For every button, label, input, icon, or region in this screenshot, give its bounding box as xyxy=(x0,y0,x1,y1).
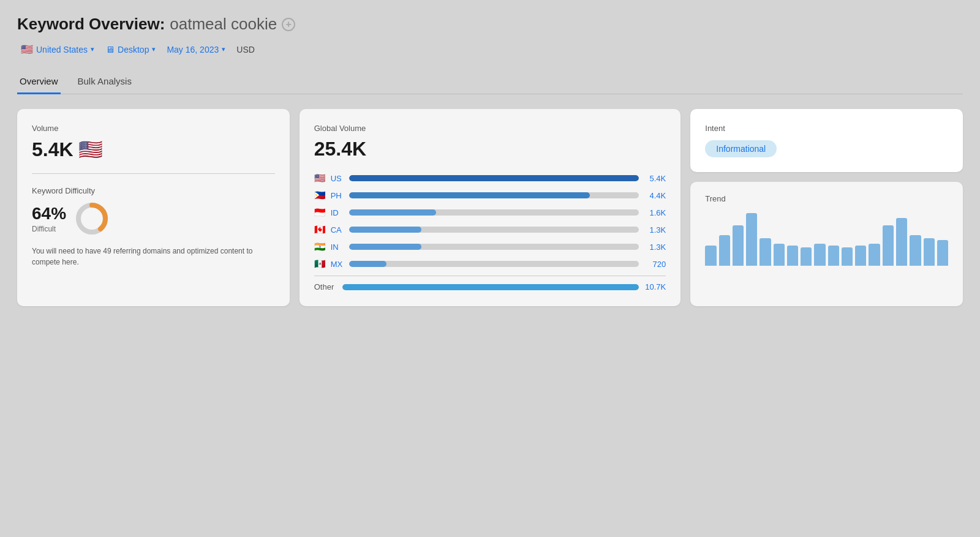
trend-bar xyxy=(869,244,880,266)
trend-bars xyxy=(705,211,948,266)
country-chevron-icon: ▾ xyxy=(91,45,94,53)
country-code: CA xyxy=(331,225,344,235)
kd-description: You will need to have 49 referring domai… xyxy=(32,246,275,268)
bar-fill xyxy=(349,261,387,267)
country-flag: 🇨🇦 xyxy=(314,224,326,235)
bar-track xyxy=(349,192,639,198)
intent-card: Intent Informational xyxy=(690,109,963,172)
bar-track xyxy=(349,261,639,267)
right-column: Intent Informational Trend xyxy=(690,109,963,306)
trend-bar xyxy=(842,247,853,266)
intent-label: Intent xyxy=(705,124,948,133)
country-code: PH xyxy=(331,191,344,200)
trend-bar xyxy=(705,246,716,266)
country-code: IN xyxy=(331,242,344,252)
trend-bar xyxy=(719,235,730,266)
country-row: 🇺🇸 US 5.4K xyxy=(314,173,666,184)
country-row: 🇮🇩 ID 1.6K xyxy=(314,207,666,218)
country-flag: 🇵🇭 xyxy=(314,190,326,201)
add-keyword-icon[interactable]: + xyxy=(282,18,295,31)
country-value: 1.6K xyxy=(644,208,666,217)
country-code: ID xyxy=(331,208,344,217)
kd-donut-chart xyxy=(75,201,109,236)
trend-bar xyxy=(910,235,921,266)
country-divider xyxy=(314,276,666,276)
volume-flag: 🇺🇸 xyxy=(78,138,103,161)
trend-bar xyxy=(787,246,798,266)
volume-label: Volume xyxy=(32,124,275,133)
title-keyword: oatmeal cookie xyxy=(170,15,277,34)
country-flag: 🇮🇳 xyxy=(314,241,326,252)
tab-overview[interactable]: Overview xyxy=(17,70,61,94)
other-bar-track xyxy=(342,284,639,290)
currency-label: USD xyxy=(233,42,258,57)
bar-track xyxy=(349,209,639,216)
bar-track xyxy=(349,244,639,250)
trend-bar xyxy=(855,246,866,266)
kd-label: Keyword Difficulty xyxy=(32,186,275,195)
trend-bar xyxy=(760,238,771,266)
country-rows: 🇺🇸 US 5.4K 🇵🇭 PH 4.4K 🇮🇩 ID 1.6K 🇨🇦 CA xyxy=(314,173,666,269)
kd-value: 64% xyxy=(32,204,66,223)
bar-fill xyxy=(349,175,639,181)
other-row: Other 10.7K xyxy=(314,282,666,291)
title-prefix: Keyword Overview: xyxy=(17,15,165,34)
volume-card: Volume 5.4K 🇺🇸 Keyword Difficulty 64% Di… xyxy=(17,109,290,306)
global-volume-label: Global Volume xyxy=(314,124,666,133)
date-label: May 16, 2023 xyxy=(167,45,219,54)
trend-label: Trend xyxy=(705,194,948,203)
trend-bar xyxy=(828,246,839,266)
country-row: 🇵🇭 PH 4.4K xyxy=(314,190,666,201)
bar-fill xyxy=(349,227,421,233)
trend-bar xyxy=(896,218,907,266)
other-bar-fill xyxy=(342,284,639,290)
kd-value-row: 64% Difficult xyxy=(32,201,275,236)
trend-card: Trend xyxy=(690,182,963,306)
date-chevron-icon: ▾ xyxy=(222,45,225,53)
country-code: US xyxy=(331,174,344,183)
trend-bar xyxy=(801,247,812,266)
country-row: 🇮🇳 IN 1.3K xyxy=(314,241,666,252)
country-value: 1.3K xyxy=(644,225,666,235)
page-title: Keyword Overview: oatmeal cookie + xyxy=(17,15,963,34)
trend-bar xyxy=(883,225,894,266)
volume-value: 5.4K 🇺🇸 xyxy=(32,138,275,161)
cards-grid: Volume 5.4K 🇺🇸 Keyword Difficulty 64% Di… xyxy=(17,109,963,306)
country-flag: 🇲🇽 xyxy=(314,258,326,269)
toolbar: 🇺🇸 United States ▾ 🖥 Desktop ▾ May 16, 2… xyxy=(17,41,963,58)
device-label: Desktop xyxy=(118,45,149,54)
trend-bar xyxy=(937,240,948,266)
device-icon: 🖥 xyxy=(105,44,115,54)
country-value: 4.4K xyxy=(644,191,666,200)
country-label: United States xyxy=(36,45,88,54)
global-volume-value: 25.4K xyxy=(314,138,666,160)
kd-tag: Difficult xyxy=(32,225,66,233)
country-flag: 🇮🇩 xyxy=(314,207,326,218)
page-header: Keyword Overview: oatmeal cookie + 🇺🇸 Un… xyxy=(17,15,963,58)
country-value: 1.3K xyxy=(644,242,666,252)
country-selector[interactable]: 🇺🇸 United States ▾ xyxy=(17,41,98,58)
bar-track xyxy=(349,175,639,181)
country-flag: 🇺🇸 xyxy=(314,173,326,184)
country-row: 🇨🇦 CA 1.3K xyxy=(314,224,666,235)
other-value: 10.7K xyxy=(644,282,666,291)
country-flag: 🇺🇸 xyxy=(21,43,33,55)
device-chevron-icon: ▾ xyxy=(152,45,156,53)
bar-track xyxy=(349,227,639,233)
country-value: 5.4K xyxy=(644,174,666,183)
bar-fill xyxy=(349,192,590,198)
date-selector[interactable]: May 16, 2023 ▾ xyxy=(163,42,229,57)
kd-value-group: 64% Difficult xyxy=(32,204,66,233)
country-row: 🇲🇽 MX 720 xyxy=(314,258,666,269)
trend-bar xyxy=(814,244,825,266)
global-volume-card: Global Volume 25.4K 🇺🇸 US 5.4K 🇵🇭 PH 4.4… xyxy=(300,109,681,306)
intent-badge: Informational xyxy=(705,140,777,157)
trend-bar xyxy=(746,213,757,266)
tabs: Overview Bulk Analysis xyxy=(17,70,963,94)
device-selector[interactable]: 🖥 Desktop ▾ xyxy=(102,42,159,57)
trend-bar xyxy=(774,244,785,266)
bar-fill xyxy=(349,244,421,250)
tab-bulk-analysis[interactable]: Bulk Analysis xyxy=(75,70,134,94)
other-label: Other xyxy=(314,282,337,291)
divider xyxy=(32,173,275,174)
